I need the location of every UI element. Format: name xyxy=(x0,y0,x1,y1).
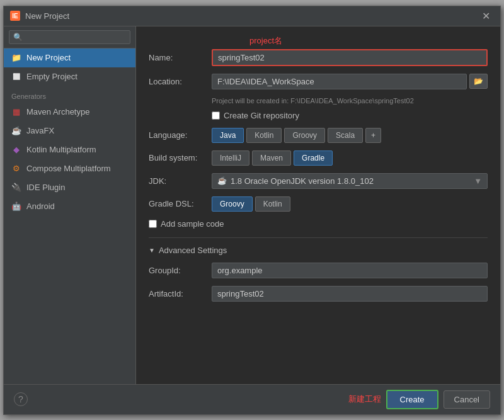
jdk-row: JDK: ☕ 1.8 Oracle OpenJDK version 1.8.0_… xyxy=(149,173,488,189)
build-gradle-button[interactable]: Gradle xyxy=(294,150,333,166)
help-button[interactable]: ? xyxy=(14,392,28,406)
language-label: Language: xyxy=(149,130,212,140)
jdk-label: JDK: xyxy=(149,176,212,186)
jdk-cup-icon: ☕ xyxy=(217,176,227,185)
dsl-kotlin-button[interactable]: Kotlin xyxy=(255,196,290,212)
search-input[interactable] xyxy=(9,30,130,44)
generators-section-label: Generators xyxy=(4,86,135,103)
project-name-annotation: project名 xyxy=(249,35,282,47)
app-icon: IE xyxy=(10,11,20,21)
main-panel: Name: project名 Location: 📂 Project will … xyxy=(136,26,500,384)
artifact-id-input[interactable] xyxy=(212,286,488,302)
new-project-dialog: IE New Project ✕ 📁 New Project ⬜ Empty P… xyxy=(3,6,501,415)
gradle-dsl-row: Gradle DSL: Groovy Kotlin xyxy=(149,196,488,212)
git-checkbox[interactable] xyxy=(212,111,220,120)
build-maven-button[interactable]: Maven xyxy=(252,150,291,166)
advanced-settings-toggle[interactable]: ▼ Advanced Settings xyxy=(149,246,488,255)
jdk-select[interactable]: ☕ 1.8 Oracle OpenJDK version 1.8.0_102 ▼ xyxy=(212,173,488,189)
sidebar-item-empty-project[interactable]: ⬜ Empty Project xyxy=(4,67,135,86)
git-checkbox-row: Create Git repository xyxy=(212,111,488,120)
new-project-icon: 📁 xyxy=(11,53,21,63)
divider xyxy=(149,237,488,238)
sample-code-checkbox[interactable] xyxy=(149,220,157,228)
build-system-label: Build system: xyxy=(149,153,212,162)
sample-code-label[interactable]: Add sample code xyxy=(161,219,224,229)
maven-icon: ▦ xyxy=(11,107,21,117)
language-row: Language: Java Kotlin Groovy Scala + xyxy=(149,128,488,143)
sidebar-item-kotlin-multiplatform[interactable]: ◆ Kotlin Multiplatform xyxy=(4,140,135,159)
location-input[interactable] xyxy=(212,74,467,89)
project-path-hint: Project will be created in: F:\IDEA\IDEA… xyxy=(212,97,488,105)
location-row: Location: 📂 xyxy=(149,74,488,89)
build-system-row: Build system: IntelliJ Maven Gradle xyxy=(149,150,488,166)
close-button[interactable]: ✕ xyxy=(478,9,494,23)
lang-groovy-button[interactable]: Groovy xyxy=(284,128,325,143)
sidebar-item-new-project[interactable]: 📁 New Project xyxy=(4,48,135,67)
lang-kotlin-button[interactable]: Kotlin xyxy=(246,128,282,143)
compose-icon: ⚙ xyxy=(11,164,21,174)
sidebar-item-compose-multiplatform[interactable]: ⚙ Compose Multiplatform xyxy=(4,159,135,178)
create-button[interactable]: Create xyxy=(386,390,438,409)
cancel-button[interactable]: Cancel xyxy=(444,390,490,409)
empty-project-icon: ⬜ xyxy=(11,72,21,82)
browse-button[interactable]: 📂 xyxy=(469,74,488,89)
group-id-label: GroupId: xyxy=(149,266,212,275)
add-language-button[interactable]: + xyxy=(365,128,381,143)
kotlin-icon: ◆ xyxy=(11,145,21,155)
dialog-title: New Project xyxy=(25,11,478,21)
lang-java-button[interactable]: Java xyxy=(212,128,244,143)
title-bar: IE New Project ✕ xyxy=(4,6,500,26)
name-label: Name: xyxy=(149,53,212,62)
sidebar-item-javafx[interactable]: ☕ JavaFX xyxy=(4,122,135,140)
dsl-groovy-button[interactable]: Groovy xyxy=(212,196,253,212)
gradle-dsl-group: Groovy Kotlin xyxy=(212,196,290,212)
location-input-group: 📂 xyxy=(212,74,488,89)
footer: ? 新建工程 Create Cancel xyxy=(4,384,500,414)
project-name-input[interactable] xyxy=(212,49,488,66)
javafx-icon: ☕ xyxy=(11,126,21,136)
android-icon: 🤖 xyxy=(11,201,21,212)
build-intellij-button[interactable]: IntelliJ xyxy=(212,150,249,166)
artifact-id-row: ArtifactId: xyxy=(149,286,488,302)
footer-annotation: 新建工程 xyxy=(348,394,381,405)
build-system-group: IntelliJ Maven Gradle xyxy=(212,150,333,166)
sidebar-item-maven-archetype[interactable]: ▦ Maven Archetype xyxy=(4,103,135,122)
name-row: Name: project名 xyxy=(149,49,488,66)
jdk-chevron-icon: ▼ xyxy=(474,176,482,186)
lang-scala-button[interactable]: Scala xyxy=(328,128,363,143)
sample-code-row: Add sample code xyxy=(149,219,488,229)
sidebar: 📁 New Project ⬜ Empty Project Generators… xyxy=(4,26,136,384)
git-label[interactable]: Create Git repository xyxy=(224,111,299,120)
name-input-wrapper: project名 xyxy=(212,49,488,66)
artifact-id-label: ArtifactId: xyxy=(149,289,212,298)
language-group: Java Kotlin Groovy Scala + xyxy=(212,128,381,143)
gradle-dsl-label: Gradle DSL: xyxy=(149,199,212,208)
location-label: Location: xyxy=(149,77,212,86)
group-id-input[interactable] xyxy=(212,263,488,278)
ide-icon: 🔌 xyxy=(11,183,21,193)
group-id-row: GroupId: xyxy=(149,263,488,278)
sidebar-item-android[interactable]: 🤖 Android xyxy=(4,197,135,216)
footer-actions: 新建工程 Create Cancel xyxy=(348,390,491,409)
search-bar xyxy=(4,26,135,48)
sidebar-item-ide-plugin[interactable]: 🔌 IDE Plugin xyxy=(4,178,135,197)
collapse-icon: ▼ xyxy=(149,247,155,254)
